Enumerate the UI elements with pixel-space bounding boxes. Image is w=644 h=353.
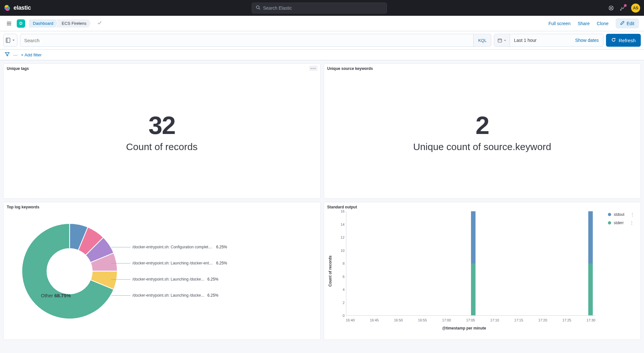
- pencil-icon: [620, 21, 625, 26]
- legend-item: /docker-entrypoint.sh: Launching /docker…: [132, 261, 227, 265]
- notification-dot-icon: [624, 4, 627, 7]
- legend-menu-icon[interactable]: ⋮: [630, 220, 634, 225]
- metric-value: 32: [149, 111, 175, 140]
- metric-label: Unique count of source.keyword: [413, 141, 551, 152]
- svg-point-3: [620, 9, 621, 10]
- brand-logo[interactable]: elastic: [4, 5, 31, 12]
- legend-item: /docker-entrypoint.sh: Configuration com…: [132, 245, 227, 249]
- refresh-label: Refresh: [619, 38, 636, 43]
- saved-check-icon: [97, 21, 102, 26]
- svg-point-0: [256, 6, 259, 9]
- panel-unique-tags: Unique tags ••• 32 Count of records: [3, 63, 321, 199]
- swatch-icon: [608, 221, 611, 224]
- legend-item[interactable]: stderr ⋮: [608, 220, 635, 225]
- x-axis-title: @timestamp per minute: [333, 326, 596, 330]
- legend-label: stdout: [614, 212, 624, 217]
- svg-point-1: [609, 6, 613, 10]
- elastic-logo-icon: [4, 5, 11, 12]
- legend-menu-icon[interactable]: ⋮: [630, 212, 635, 217]
- legend-item[interactable]: stdout ⋮: [608, 212, 635, 217]
- filter-settings-icon[interactable]: [5, 52, 10, 58]
- global-header: elastic Search Elastic AS: [0, 0, 644, 16]
- breadcrumb: Dashboard ECS Firelens: [29, 19, 91, 28]
- breadcrumb-current[interactable]: ECS Firelens: [56, 19, 91, 28]
- user-avatar[interactable]: AS: [631, 4, 640, 13]
- app-badge[interactable]: D: [17, 19, 25, 28]
- metric-label: Count of records: [126, 141, 197, 152]
- edit-button-label: Edit: [627, 21, 634, 26]
- breadcrumb-bar: D Dashboard ECS Firelens Full screen Sha…: [0, 16, 644, 31]
- legend-label: stderr: [614, 221, 624, 225]
- y-axis-title: Count of records: [327, 209, 333, 333]
- svg-point-2: [610, 7, 612, 9]
- query-input-wrap: KQL: [20, 34, 491, 47]
- panel-menu-icon[interactable]: •••: [309, 66, 318, 71]
- svg-rect-4: [6, 38, 10, 43]
- time-range-label[interactable]: Last 1 hour: [510, 38, 571, 43]
- global-search[interactable]: Search Elastic: [252, 3, 387, 14]
- svg-rect-5: [498, 39, 502, 42]
- show-dates-button[interactable]: Show dates: [571, 38, 603, 43]
- donut-other-label: Other 68.75%: [41, 293, 71, 298]
- share-button[interactable]: Share: [578, 21, 590, 26]
- refresh-icon: [611, 37, 616, 43]
- help-icon[interactable]: [608, 5, 614, 11]
- filter-bar: — + Add filter: [0, 50, 644, 60]
- panel-top-log-keywords: Top log keywords Other 68.75% /docker-en…: [3, 202, 321, 340]
- search-icon: [256, 5, 260, 11]
- donut-chart[interactable]: Other 68.75%: [7, 208, 132, 334]
- edit-button[interactable]: Edit: [616, 18, 639, 28]
- panel-title: Unique source keywords: [327, 66, 638, 71]
- query-bar: KQL Last 1 hour Show dates Refresh: [0, 31, 644, 50]
- time-picker[interactable]: Last 1 hour Show dates: [494, 34, 603, 47]
- global-search-placeholder: Search Elastic: [263, 5, 292, 11]
- time-quick-button[interactable]: [494, 34, 510, 46]
- nav-toggle-icon[interactable]: [5, 20, 13, 27]
- legend-item: /docker-entrypoint.sh: Launching /docke.…: [132, 277, 227, 281]
- swatch-icon: [608, 213, 611, 216]
- clone-button[interactable]: Clone: [597, 21, 609, 26]
- brand-name: elastic: [14, 5, 31, 11]
- dashboard-grid: Unique tags ••• 32 Count of records Uniq…: [0, 60, 644, 343]
- refresh-button[interactable]: Refresh: [606, 34, 641, 47]
- legend-item: /docker-entrypoint.sh: Launching /docke.…: [132, 293, 227, 298]
- panel-title: Unique tags: [7, 66, 317, 71]
- fullscreen-button[interactable]: Full screen: [548, 21, 570, 26]
- newsfeed-icon[interactable]: [620, 5, 626, 11]
- bar-legend: stdout ⋮ stderr ⋮: [608, 212, 635, 229]
- query-input[interactable]: [20, 38, 473, 43]
- saved-queries-button[interactable]: [3, 34, 17, 47]
- add-filter-button[interactable]: + Add filter: [21, 52, 42, 57]
- bar-chart[interactable]: 0246810121416 16:4016:4516:5016:5517:001…: [333, 209, 638, 333]
- query-language-toggle[interactable]: KQL: [473, 34, 491, 46]
- breadcrumb-dashboard[interactable]: Dashboard: [29, 19, 58, 28]
- donut-legend: /docker-entrypoint.sh: Configuration com…: [132, 233, 227, 309]
- panel-title: Standard output: [327, 205, 638, 209]
- panel-standard-output: Standard output Count of records 0246810…: [324, 202, 641, 340]
- metric-value: 2: [476, 111, 489, 140]
- panel-unique-source: Unique source keywords 2 Unique count of…: [324, 63, 641, 199]
